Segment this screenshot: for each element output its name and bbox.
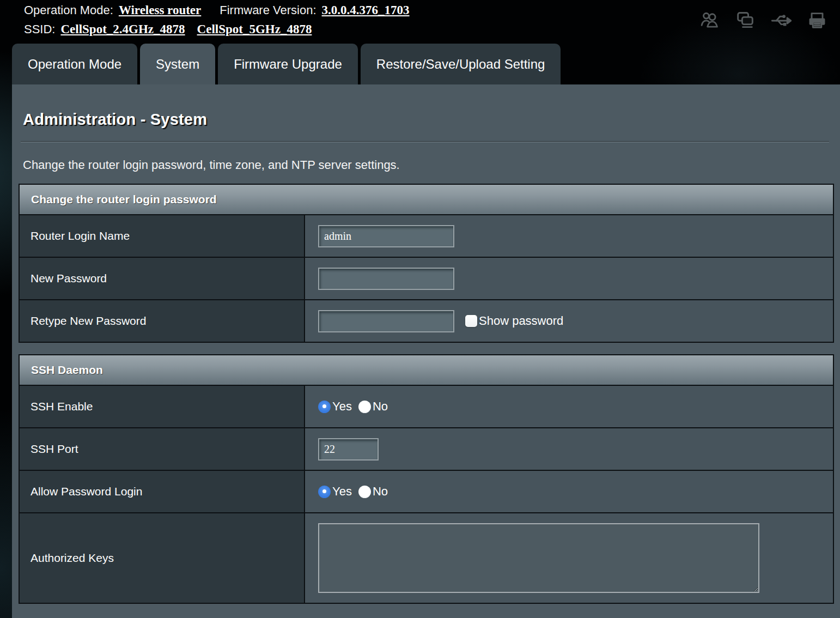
retype-password-cell: Show password bbox=[305, 300, 833, 342]
password-section-header: Change the router login password bbox=[20, 185, 833, 214]
tab-firmware-upgrade[interactable]: Firmware Upgrade bbox=[218, 44, 358, 84]
tab-restore-save-upload[interactable]: Restore/Save/Upload Setting bbox=[361, 44, 561, 84]
ssid-label: SSID: bbox=[24, 22, 55, 37]
ssh-enable-yes-label[interactable]: Yes bbox=[332, 399, 352, 414]
new-password-input[interactable] bbox=[318, 268, 454, 290]
authorized-keys-cell bbox=[305, 513, 833, 603]
ssh-section-header: SSH Daemon bbox=[20, 355, 833, 385]
quick-status-icons bbox=[698, 10, 828, 32]
allow-password-login-no-radio[interactable] bbox=[358, 486, 371, 498]
page-title: Administration - System bbox=[23, 111, 840, 129]
allow-password-login-yes-radio[interactable] bbox=[318, 486, 331, 498]
ssh-port-cell bbox=[305, 428, 833, 470]
clients-icon[interactable] bbox=[698, 10, 720, 32]
operation-mode-label: Operation Mode: bbox=[24, 3, 113, 17]
ssh-settings-table: SSH Daemon SSH Enable Yes No SSH Port Al… bbox=[19, 354, 834, 604]
allow-password-login-no-label[interactable]: No bbox=[373, 484, 388, 499]
ssh-port-label: SSH Port bbox=[20, 428, 304, 470]
table-row: SSH Enable Yes No bbox=[20, 386, 833, 427]
router-status-header: Operation Mode: Wireless router Firmware… bbox=[24, 3, 428, 41]
printer-icon[interactable] bbox=[806, 10, 828, 32]
router-login-name-cell bbox=[305, 215, 833, 257]
ssh-enable-cell: Yes No bbox=[305, 386, 833, 427]
tab-operation-mode[interactable]: Operation Mode bbox=[12, 44, 137, 84]
ssh-enable-yes-radio[interactable] bbox=[318, 401, 331, 413]
admin-tabs: Operation Mode System Firmware Upgrade R… bbox=[12, 44, 561, 84]
ssh-enable-radiogroup: Yes No bbox=[318, 399, 394, 414]
password-settings-table: Change the router login password Router … bbox=[19, 184, 834, 343]
authorized-keys-label: Authorized Keys bbox=[20, 513, 304, 603]
firmware-version-link[interactable]: 3.0.0.4.376_1703 bbox=[322, 3, 410, 17]
table-row: Retype New Password Show password bbox=[20, 300, 833, 342]
table-row: Allow Password Login Yes No bbox=[20, 471, 833, 512]
authorized-keys-textarea[interactable] bbox=[318, 523, 759, 593]
allow-password-login-yes-label[interactable]: Yes bbox=[332, 484, 352, 499]
router-login-name-label: Router Login Name bbox=[20, 215, 304, 257]
status-line-1: Operation Mode: Wireless router Firmware… bbox=[24, 3, 428, 17]
show-password-label: Show password bbox=[479, 314, 563, 328]
usb-icon[interactable] bbox=[770, 10, 792, 32]
table-row: Authorized Keys bbox=[20, 513, 833, 603]
table-row: New Password bbox=[20, 258, 833, 299]
new-password-label: New Password bbox=[20, 258, 304, 299]
allow-password-login-cell: Yes No bbox=[305, 471, 833, 512]
operation-mode-link[interactable]: Wireless router bbox=[119, 3, 201, 17]
firmware-version-label: Firmware Version: bbox=[220, 3, 316, 17]
retype-password-input[interactable] bbox=[318, 310, 454, 332]
new-password-cell bbox=[305, 258, 833, 299]
router-login-name-input[interactable] bbox=[318, 225, 454, 247]
ssh-enable-no-label[interactable]: No bbox=[373, 399, 388, 414]
table-row: SSH Port bbox=[20, 428, 833, 470]
show-password-checkbox[interactable] bbox=[465, 315, 477, 327]
allow-password-login-radiogroup: Yes No bbox=[318, 484, 394, 499]
table-row: Router Login Name bbox=[20, 215, 833, 257]
retype-password-label: Retype New Password bbox=[20, 300, 304, 342]
ssh-enable-no-radio[interactable] bbox=[358, 401, 371, 413]
ssh-port-input[interactable] bbox=[318, 438, 379, 461]
ssid-5ghz-link[interactable]: CellSpot_5GHz_4878 bbox=[197, 22, 312, 37]
allow-password-login-label: Allow Password Login bbox=[20, 471, 304, 512]
ssid-24ghz-link[interactable]: CellSpot_2.4GHz_4878 bbox=[60, 22, 185, 37]
ssh-enable-label: SSH Enable bbox=[20, 386, 304, 427]
main-panel: Administration - System Change the route… bbox=[12, 84, 840, 618]
title-divider bbox=[21, 141, 829, 142]
devices-icon[interactable] bbox=[734, 10, 756, 32]
page-description: Change the router login password, time z… bbox=[23, 158, 840, 172]
status-line-2: SSID: CellSpot_2.4GHz_4878 CellSpot_5GHz… bbox=[24, 22, 428, 37]
tab-system[interactable]: System bbox=[140, 44, 215, 84]
show-password-control[interactable]: Show password bbox=[465, 314, 563, 328]
